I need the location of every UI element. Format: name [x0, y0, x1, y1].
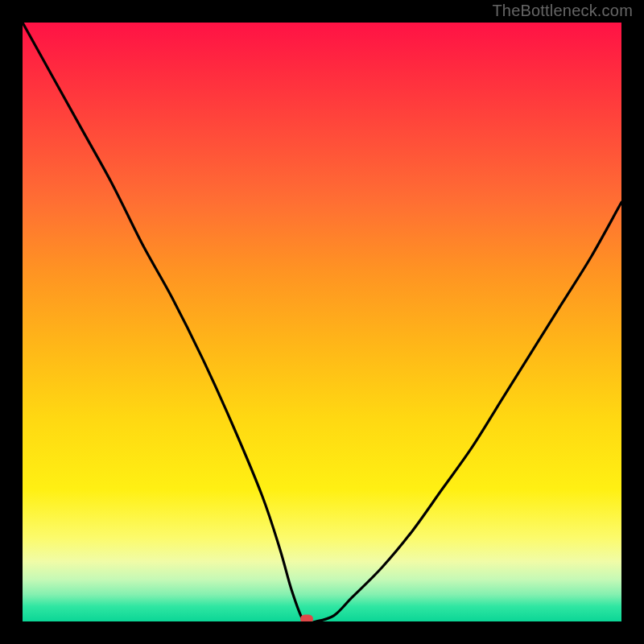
optimum-marker [300, 615, 313, 622]
chart-frame: TheBottleneck.com [0, 0, 644, 644]
watermark-text: TheBottleneck.com [492, 2, 633, 20]
plot-area [23, 23, 621, 621]
bottleneck-curve [23, 23, 621, 621]
